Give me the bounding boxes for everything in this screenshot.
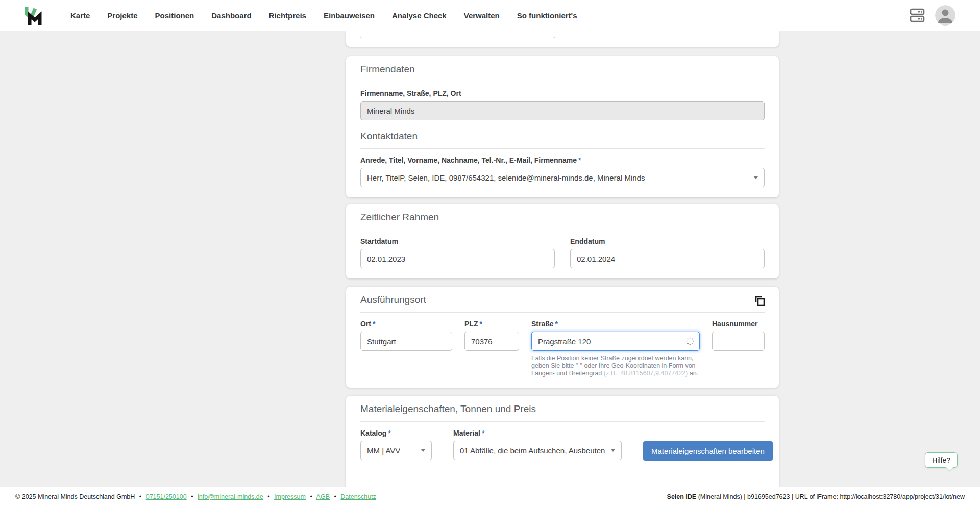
- kontakt-select[interactable]: Herr, TitelP, Selen, IDE, 0987/654321, s…: [360, 168, 765, 187]
- katalog-label: Katalog*: [360, 429, 432, 437]
- ort-field[interactable]: [360, 332, 452, 351]
- nav-item-analyse-check[interactable]: Analyse Check: [392, 11, 447, 20]
- plz-field[interactable]: [464, 332, 519, 351]
- cutoff-input-field[interactable]: [360, 31, 555, 38]
- hint-suffix-text: an.: [688, 370, 698, 377]
- plz-label: PLZ*: [464, 320, 519, 328]
- card-materialeigenschaften: Materialeigenschaften, Tonnen und Preis …: [346, 396, 779, 487]
- ort-label-text: Ort: [360, 320, 371, 328]
- chevron-down-icon: [754, 176, 758, 179]
- material-label-text: Material: [453, 429, 480, 437]
- required-asterisk: *: [482, 429, 484, 437]
- material-select[interactable]: 01 Abfälle, die beim Aufsuchen, Ausbeute…: [453, 441, 622, 460]
- hausnummer-field[interactable]: [712, 332, 765, 351]
- kontakt-label: Anrede, Titel, Vorname, Nachname, Tel.-N…: [360, 156, 765, 164]
- strasse-hint-text: Falls die Position keiner Straße zugeord…: [531, 354, 700, 377]
- loading-spinner-icon: [685, 337, 695, 348]
- startdatum-field[interactable]: [360, 249, 555, 268]
- separator-dot: •: [334, 493, 336, 500]
- divider: [360, 230, 765, 230]
- required-asterisk: *: [479, 320, 482, 328]
- hint-example-text: (z.B.: 48.8115607,9.4077422): [604, 370, 688, 377]
- nav-item-karte[interactable]: Karte: [70, 11, 90, 20]
- separator-dot: •: [310, 493, 312, 500]
- strasse-label: Straße*: [531, 320, 700, 328]
- previous-card-partial: [346, 31, 779, 47]
- card-firmendaten-kontaktdaten: Firmendaten Firmenname, Straße, PLZ, Ort…: [346, 56, 779, 197]
- server-icon[interactable]: [909, 8, 926, 23]
- mineral-minds-logo-icon[interactable]: [22, 4, 46, 27]
- materialeigenschaften-bearbeiten-button[interactable]: Materialeigenschaften bearbeiten: [643, 441, 773, 461]
- katalog-select[interactable]: MM | AVV: [360, 441, 432, 460]
- required-asterisk: *: [373, 320, 375, 328]
- katalog-select-value: MM | AVV: [367, 446, 400, 455]
- section-title-kontaktdaten: Kontaktdaten: [360, 131, 765, 142]
- required-asterisk: *: [578, 156, 581, 164]
- firmenname-label: Firmenname, Straße, PLZ, Ort: [360, 89, 765, 97]
- footer-link-impressum[interactable]: Impressum: [274, 493, 306, 500]
- page-footer: © 2025 Mineral Minds Deutschland GmbH • …: [0, 487, 980, 507]
- separator-dot: •: [191, 493, 193, 500]
- material-select-value: 01 Abfälle, die beim Aufsuchen, Ausbeute…: [460, 446, 607, 455]
- kontakt-select-value: Herr, TitelP, Selen, IDE, 0987/654321, s…: [367, 173, 645, 182]
- card-zeitlicher-rahmen: Zeitlicher Rahmen Startdatum Enddatum: [346, 204, 779, 278]
- nav-item-verwalten[interactable]: Verwalten: [464, 11, 500, 20]
- nav-right-actions: [909, 5, 955, 26]
- nav-item-dashboard[interactable]: Dashboard: [211, 11, 251, 20]
- nav-item-so-funktionierts[interactable]: So funktioniert's: [517, 11, 577, 20]
- strasse-field[interactable]: [531, 332, 700, 351]
- footer-link-datenschutz[interactable]: Datenschutz: [340, 493, 376, 500]
- nav-item-richtpreis[interactable]: Richtpreis: [269, 11, 306, 20]
- copy-icon[interactable]: [753, 294, 766, 310]
- section-title-firmendaten: Firmendaten: [360, 64, 765, 75]
- footer-link-agb[interactable]: AGB: [316, 493, 330, 500]
- material-label: Material*: [453, 429, 622, 437]
- user-avatar[interactable]: [935, 5, 955, 26]
- footer-app-name: Selen IDE: [667, 493, 697, 500]
- enddatum-field[interactable]: [570, 249, 765, 268]
- divider: [360, 148, 765, 149]
- plz-label-text: PLZ: [464, 320, 478, 328]
- divider: [360, 82, 765, 82]
- separator-dot: •: [267, 493, 270, 500]
- form-scroll-area[interactable]: Firmendaten Firmenname, Straße, PLZ, Ort…: [0, 31, 980, 487]
- required-asterisk: *: [388, 429, 390, 437]
- firmenname-field: [360, 101, 765, 120]
- footer-left: © 2025 Mineral Minds Deutschland GmbH • …: [15, 493, 376, 500]
- divider: [360, 421, 765, 422]
- required-asterisk: *: [555, 320, 558, 328]
- section-title-material: Materialeigenschaften, Tonnen und Preis: [360, 403, 765, 415]
- kontakt-label-text: Anrede, Titel, Vorname, Nachname, Tel.-N…: [360, 156, 577, 164]
- top-navigation-bar: Karte Projekte Positionen Dashboard Rich…: [0, 0, 980, 31]
- nav-item-projekte[interactable]: Projekte: [107, 11, 137, 20]
- main-menu: Karte Projekte Positionen Dashboard Rich…: [70, 11, 577, 20]
- nav-item-positionen[interactable]: Positionen: [155, 11, 194, 20]
- ort-label: Ort*: [360, 320, 452, 328]
- footer-link-phone[interactable]: 07151/250100: [146, 493, 187, 500]
- enddatum-label: Enddatum: [570, 237, 765, 245]
- divider: [360, 312, 765, 313]
- hausnummer-label: Hausnummer: [712, 320, 765, 328]
- katalog-label-text: Katalog: [360, 429, 386, 437]
- startdatum-label: Startdatum: [360, 237, 555, 245]
- chevron-down-icon: [611, 449, 615, 452]
- chevron-down-icon: [421, 449, 425, 452]
- footer-right: Selen IDE (Mineral Minds) | b91695ed7623…: [667, 493, 965, 500]
- footer-debug-info: (Mineral Minds) | b91695ed7623 | URL of …: [696, 493, 965, 500]
- help-button[interactable]: Hilfe?: [925, 452, 958, 468]
- section-title-zeitlicher-rahmen: Zeitlicher Rahmen: [360, 212, 765, 223]
- nav-item-einbauweisen[interactable]: Einbauweisen: [324, 11, 375, 20]
- section-title-ausfuehrungsort: Ausführungsort: [360, 294, 765, 306]
- strasse-label-text: Straße: [531, 320, 554, 328]
- separator-dot: •: [139, 493, 141, 500]
- footer-link-email[interactable]: info@mineral-minds.de: [198, 493, 263, 500]
- copyright-text: © 2025 Mineral Minds Deutschland GmbH: [15, 493, 135, 500]
- card-ausfuehrungsort: Ausführungsort Ort* PLZ*: [346, 287, 779, 388]
